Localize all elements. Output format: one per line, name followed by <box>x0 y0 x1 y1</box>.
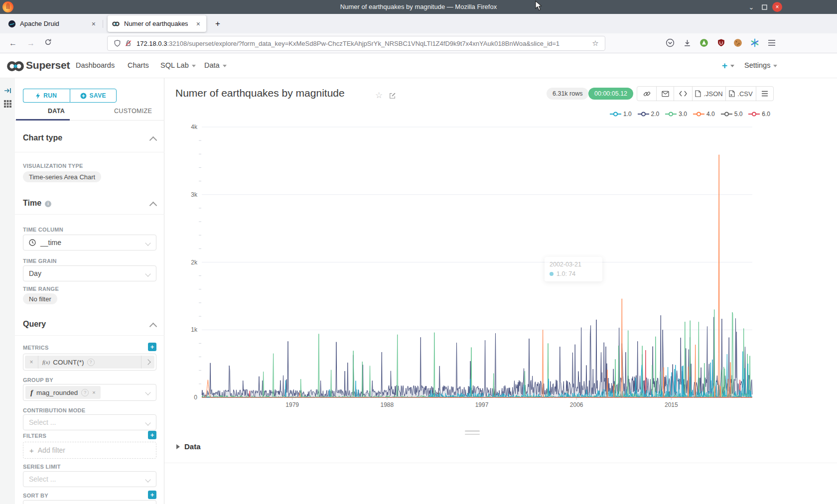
cookie-icon[interactable] <box>732 37 743 48</box>
collapse-panel-icon[interactable] <box>4 87 11 94</box>
plus-icon: + <box>150 432 154 438</box>
legend-label: 5.0 <box>734 111 743 118</box>
caret-down-icon <box>192 65 196 67</box>
add-sort-button[interactable]: + <box>148 491 156 499</box>
time-grain-select[interactable]: Day <box>23 265 156 281</box>
ublock-icon[interactable] <box>715 37 726 48</box>
plus-icon: + <box>29 446 34 455</box>
tab-close-icon[interactable]: × <box>194 20 202 28</box>
legend-item-1.0[interactable]: 1.0 <box>610 111 632 118</box>
downloads-button[interactable] <box>682 37 693 48</box>
legend-item-3.0[interactable]: 3.0 <box>665 111 687 118</box>
nav-item-sql-lab[interactable]: SQL Lab <box>160 61 196 69</box>
url-bar[interactable]: 172.18.0.3:32108/superset/explore/?form_… <box>107 36 605 51</box>
new-tab-button[interactable]: + <box>211 17 224 30</box>
time-column-select[interactable]: __time <box>23 235 156 251</box>
favorite-star-icon[interactable]: ☆ <box>375 90 383 101</box>
nav-item-charts[interactable]: Charts <box>128 61 149 69</box>
window-minimize-button[interactable]: ⌄ <box>746 2 756 12</box>
reload-button[interactable] <box>42 37 54 49</box>
timeseries-chart-svg: 01k2k3k4k19791988199720062015 <box>164 120 837 418</box>
section-chart-type[interactable]: Chart type <box>23 133 62 142</box>
sort-by-select[interactable] <box>23 500 156 504</box>
forward-button[interactable]: → <box>25 37 37 49</box>
druid-favicon-icon <box>8 20 16 28</box>
time-range-pill[interactable]: No filter <box>23 293 57 304</box>
remove-column-icon[interactable]: × <box>92 389 95 395</box>
caret-down-icon <box>145 477 150 482</box>
settings-menu[interactable]: Settings <box>744 61 777 69</box>
rows-badge: 6.31k rows <box>547 88 588 100</box>
shield-icon[interactable] <box>112 38 123 49</box>
save-button[interactable]: SAVE <box>70 89 117 103</box>
legend-item-4.0[interactable]: 4.0 <box>693 111 715 118</box>
edit-title-icon[interactable] <box>389 92 396 102</box>
y-axis-label: 2k <box>191 259 198 266</box>
tab-data[interactable]: DATA <box>48 108 65 115</box>
insecure-lock-icon[interactable] <box>123 38 134 49</box>
metric-pill[interactable]: × f(x) COUNT(*) ? <box>25 356 154 369</box>
timeseries-area-chart[interactable]: 01k2k3k4k19791988199720062015 <box>164 120 837 418</box>
series-limit-select[interactable]: Select ... <box>23 471 156 487</box>
hamburger-menu-icon[interactable] <box>766 37 777 48</box>
caret-down-icon <box>145 240 150 246</box>
viz-type-pill[interactable]: Time-series Area Chart <box>23 171 101 182</box>
email-button[interactable] <box>657 87 674 101</box>
nav-item-data[interactable]: Data <box>204 61 227 69</box>
metrics-label: METRICS <box>23 345 49 351</box>
url-text[interactable]: 172.18.0.3:32108/superset/explore/?form_… <box>137 40 590 47</box>
window-close-button[interactable]: × <box>772 2 782 12</box>
export-json-button[interactable]: .JSON <box>693 87 726 101</box>
duration-badge: 00:00:05.12 <box>588 88 633 100</box>
group-by-select[interactable]: f mag_rounded ? × <box>23 384 156 401</box>
mouse-cursor <box>535 0 543 11</box>
url-path: :32108/superset/explore/?form_data_key=K… <box>167 40 559 47</box>
superset-brand[interactable]: Superset <box>26 59 70 71</box>
add-filter-plus-button[interactable]: + <box>148 431 156 439</box>
add-filter-box[interactable]: + Add filter <box>23 442 156 459</box>
panel-resize-handle[interactable] <box>465 430 480 437</box>
legend-marker-icon <box>610 112 621 117</box>
window-maximize-button[interactable] <box>759 2 769 12</box>
add-metric-button[interactable]: + <box>148 343 156 351</box>
datasource-grid-icon[interactable] <box>4 100 11 108</box>
clock-icon <box>29 239 36 246</box>
data-panel-toggle[interactable]: Data <box>176 442 201 451</box>
section-query[interactable]: Query <box>23 320 46 329</box>
legend-item-2.0[interactable]: 2.0 <box>638 111 660 118</box>
file-icon <box>695 90 701 97</box>
pocket-button[interactable] <box>665 37 676 48</box>
remove-metric-icon[interactable]: × <box>25 356 38 369</box>
tab-apache-druid[interactable]: Apache Druid × <box>4 15 102 32</box>
legend-marker-icon <box>693 112 704 117</box>
export-csv-button[interactable]: .CSV <box>726 87 756 101</box>
section-time[interactable]: Timei <box>23 199 51 208</box>
file-x-icon <box>729 90 735 97</box>
caret-down-icon <box>145 420 150 425</box>
expand-metric-chevron[interactable] <box>141 356 154 369</box>
share-link-button[interactable] <box>637 87 657 101</box>
extension-asterisk-icon[interactable] <box>749 37 760 48</box>
legend-item-5.0[interactable]: 5.0 <box>721 111 743 118</box>
group-by-pill[interactable]: f mag_rounded ? × <box>25 386 101 399</box>
embed-code-button[interactable] <box>674 87 693 101</box>
chart-menu-button[interactable] <box>756 87 773 101</box>
nav-item-dashboards[interactable]: Dashboards <box>76 61 115 69</box>
contribution-mode-select[interactable]: Select ... <box>23 414 156 430</box>
privacy-badger-icon[interactable] <box>698 37 709 48</box>
caret-right-icon <box>176 444 180 449</box>
y-axis-label: 0 <box>194 394 197 401</box>
tab-customize[interactable]: CUSTOMIZE <box>114 108 152 115</box>
tab-title: Apache Druid <box>20 20 59 27</box>
legend-label: 4.0 <box>706 111 715 118</box>
chart-legend: 1.02.03.04.05.06.0 <box>610 111 770 118</box>
legend-item-6.0[interactable]: 6.0 <box>748 111 770 118</box>
tab-superset-chart[interactable]: Numer of earthquakes by m × <box>108 15 206 32</box>
bookmark-star-icon[interactable]: ☆ <box>590 38 601 49</box>
tab-close-icon[interactable]: × <box>90 20 98 28</box>
back-button[interactable]: ← <box>7 37 19 49</box>
add-new-button[interactable]: + <box>722 60 734 71</box>
legend-label: 2.0 <box>651 111 660 118</box>
run-button[interactable]: RUN <box>23 89 70 103</box>
line-series-4.0 <box>202 155 752 397</box>
